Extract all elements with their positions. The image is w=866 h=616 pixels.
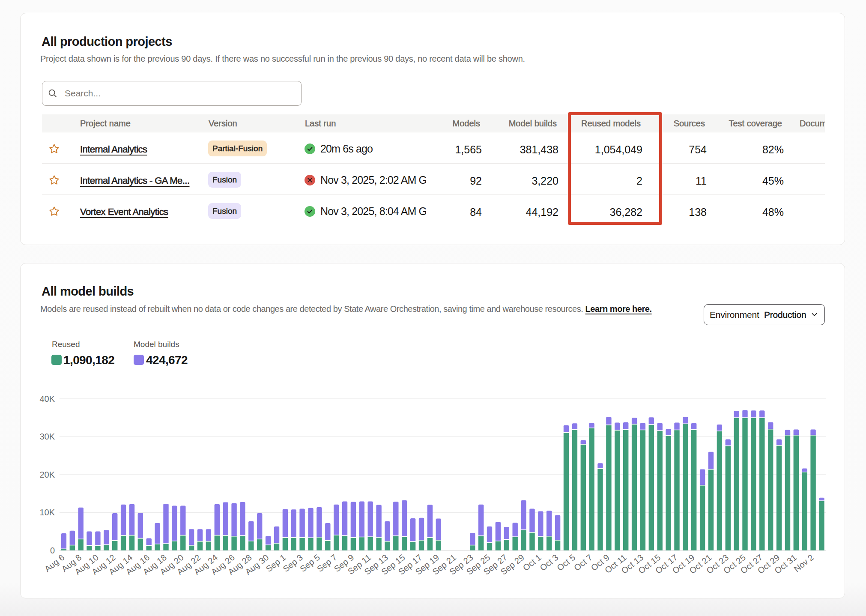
svg-text:Oct 3: Oct 3	[538, 553, 560, 573]
svg-text:Oct 7: Oct 7	[572, 553, 594, 573]
svg-text:40K: 40K	[39, 394, 55, 404]
svg-text:0: 0	[50, 546, 55, 555]
svg-text:20K: 20K	[39, 470, 55, 479]
svg-text:10K: 10K	[39, 508, 55, 517]
svg-text:30K: 30K	[39, 432, 55, 441]
svg-text:Oct 1: Oct 1	[521, 553, 543, 573]
svg-text:Nov 2: Nov 2	[792, 553, 815, 574]
svg-text:Oct 5: Oct 5	[555, 553, 577, 573]
